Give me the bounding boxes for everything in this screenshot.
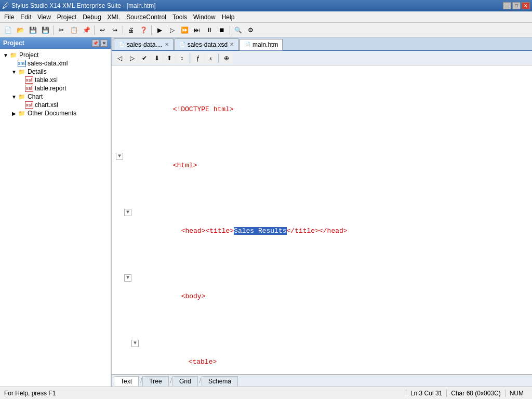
sep3 bbox=[123, 25, 123, 35]
tab-sales-data1[interactable]: 📄 sales-data.... ✕ bbox=[114, 38, 174, 50]
menu-edit[interactable]: Edit bbox=[17, 12, 34, 22]
menu-help[interactable]: Help bbox=[219, 12, 238, 22]
code-line-3: ▼ <head><title>Sales Results</title></he… bbox=[116, 208, 528, 245]
tab-close-1[interactable]: ✕ bbox=[165, 42, 169, 47]
menu-xml[interactable]: XML bbox=[104, 12, 124, 22]
tree-toggle-other[interactable]: ▶ bbox=[10, 111, 18, 116]
code-line-4: ▼ <body> bbox=[116, 273, 528, 311]
editor-btn-func[interactable]: ƒ bbox=[192, 52, 204, 64]
collapse-btn-2[interactable]: ▼ bbox=[116, 153, 123, 160]
toolbar-paste[interactable]: 📌 bbox=[81, 24, 92, 36]
editor-area: 📄 sales-data.... ✕ 📄 sales-data.xsd ✕ 📄 … bbox=[112, 37, 532, 387]
toolbar-transform1[interactable]: ▶ bbox=[154, 24, 165, 36]
tab-text-label: Text bbox=[121, 378, 132, 385]
toolbar-search[interactable]: 🔍 bbox=[232, 24, 244, 36]
toolbar-undo[interactable]: ↩ bbox=[97, 24, 108, 36]
toolbar-transform3[interactable]: ⏩ bbox=[179, 24, 190, 36]
tab-main-htm[interactable]: 📄 main.htm bbox=[240, 39, 283, 50]
toolbar-new[interactable]: 📄 bbox=[2, 24, 14, 36]
toolbar-transform4[interactable]: ⏭ bbox=[191, 24, 203, 36]
line-content-1: <!DOCTYPE html> bbox=[124, 96, 528, 124]
tab-label-sales-data-xsd: sales-data.xsd bbox=[188, 41, 228, 48]
tab-tree-label: Tree bbox=[149, 378, 162, 385]
sidebar-controls: 📌 ✕ bbox=[92, 39, 108, 47]
tab-text[interactable]: Text bbox=[114, 376, 139, 386]
toolbar-print[interactable]: 🖨 bbox=[125, 24, 137, 36]
tab-icon-1: 📄 bbox=[118, 42, 125, 47]
tree-item-details-folder[interactable]: ▼ 📁 Details bbox=[0, 68, 111, 76]
tab-grid[interactable]: Grid bbox=[172, 376, 198, 386]
tab-sep2: / bbox=[170, 377, 172, 384]
tree-item-chart-folder[interactable]: ▼ 📁 Chart bbox=[0, 92, 111, 101]
sep5 bbox=[230, 25, 230, 35]
menu-sourcecontrol[interactable]: SourceControl bbox=[123, 12, 169, 22]
tree-item-other-docs[interactable]: ▶ 📁 Other Documents bbox=[0, 109, 111, 117]
tree-toggle-chart[interactable]: ▼ bbox=[10, 94, 18, 100]
status-position: Ln 3 Col 31 bbox=[406, 390, 446, 397]
status-mode: NUM bbox=[505, 390, 528, 397]
editor-btn-2[interactable]: ▷ bbox=[126, 52, 138, 64]
tree-toggle-details[interactable]: ▼ bbox=[10, 69, 18, 75]
tree-item-chart-xsl[interactable]: xsl chart.xsl bbox=[0, 101, 111, 109]
tree-item-table-report[interactable]: xsl table.report bbox=[0, 84, 111, 92]
minimize-button[interactable]: ─ bbox=[503, 2, 511, 9]
tab-schema[interactable]: Schema bbox=[202, 376, 238, 386]
maximize-button[interactable]: □ bbox=[512, 2, 521, 9]
title-bar: 🖊 Stylus Studio X14 XML Enterprise Suite… bbox=[0, 0, 532, 11]
toolbar-transform2[interactable]: ▷ bbox=[166, 24, 178, 36]
editor-btn-validate[interactable]: ✔ bbox=[139, 52, 150, 64]
tree-item-sales-data-xml[interactable]: xml sales-data.xml bbox=[0, 59, 111, 68]
toolbar-open[interactable]: 📂 bbox=[15, 24, 26, 36]
sidebar-header: Project 📌 ✕ bbox=[0, 37, 111, 49]
code-line-2: ▼ <html> bbox=[116, 152, 528, 180]
folder-icon-project: 📁 bbox=[9, 51, 18, 59]
toolbar-copy[interactable]: 📋 bbox=[68, 24, 79, 36]
toolbar-settings[interactable]: ⚙ bbox=[245, 24, 256, 36]
menu-file[interactable]: File bbox=[1, 12, 17, 22]
editor-btn-down[interactable]: ⬇ bbox=[151, 52, 163, 64]
line-content-3: <head><title>Sales Results</title></head… bbox=[132, 208, 528, 245]
tab-schema-label: Schema bbox=[208, 378, 231, 385]
tree-label-chart: Chart bbox=[28, 93, 43, 100]
editor-btn-xpath[interactable]: 𝑥 bbox=[205, 52, 216, 64]
doctype-span: <!DOCTYPE html> bbox=[173, 105, 234, 113]
sidebar-close-button[interactable]: ✕ bbox=[100, 39, 108, 47]
sep2 bbox=[94, 25, 95, 35]
tree-toggle-project-root[interactable]: ▼ bbox=[2, 52, 9, 58]
code-editor[interactable]: <!DOCTYPE html> ▼ <html> ▼ <head>< bbox=[112, 65, 532, 374]
code-line-1: <!DOCTYPE html> bbox=[116, 96, 528, 124]
collapse-btn-3[interactable]: ▼ bbox=[124, 209, 131, 216]
collapse-btn-4[interactable]: ▼ bbox=[124, 274, 131, 282]
toolbar-save2[interactable]: 💾 bbox=[39, 24, 51, 36]
bottom-tabs: Text / Tree / Grid / Schema bbox=[112, 374, 532, 387]
editor-btn-markers[interactable]: ⊕ bbox=[221, 52, 232, 64]
toolbar-transform5[interactable]: ⏸ bbox=[204, 24, 215, 36]
folder-icon-details: 📁 bbox=[18, 68, 26, 75]
menu-project[interactable]: Project bbox=[54, 12, 79, 22]
toolbar-transform6[interactable]: ⏹ bbox=[216, 24, 228, 36]
menu-window[interactable]: Window bbox=[190, 12, 219, 22]
close-button[interactable]: ✕ bbox=[522, 2, 530, 9]
tree-item-project-root[interactable]: ▼ 📁 Project bbox=[0, 51, 111, 59]
line-content-4: <body> bbox=[132, 273, 528, 311]
tab-label-main-htm: main.htm bbox=[252, 41, 278, 48]
menu-view[interactable]: View bbox=[34, 12, 54, 22]
tree-item-table-xsl[interactable]: xsl table.xsl bbox=[0, 76, 111, 84]
collapse-btn-5[interactable]: ▼ bbox=[131, 340, 139, 347]
toolbar-cut[interactable]: ✂ bbox=[56, 24, 67, 36]
sidebar-pin-button[interactable]: 📌 bbox=[92, 39, 99, 47]
editor-btn-up[interactable]: ⬆ bbox=[164, 52, 175, 64]
toolbar-save[interactable]: 💾 bbox=[27, 24, 38, 36]
menu-debug[interactable]: Debug bbox=[79, 12, 104, 22]
folder-icon-chart: 📁 bbox=[18, 93, 26, 100]
toolbar-help[interactable]: ❓ bbox=[138, 24, 149, 36]
status-bar: For Help, press F1 Ln 3 Col 31 Char 60 (… bbox=[0, 387, 532, 399]
tab-close-2[interactable]: ✕ bbox=[230, 42, 234, 47]
tab-tree[interactable]: Tree bbox=[142, 376, 168, 386]
editor-btn-wrap[interactable]: ↕ bbox=[176, 52, 188, 64]
editor-sep1 bbox=[190, 54, 190, 63]
editor-btn-1[interactable]: ◁ bbox=[114, 52, 125, 64]
tab-sales-data-xsd[interactable]: 📄 sales-data.xsd ✕ bbox=[175, 38, 238, 50]
toolbar-redo[interactable]: ↪ bbox=[109, 24, 121, 36]
menu-tools[interactable]: Tools bbox=[169, 12, 190, 22]
